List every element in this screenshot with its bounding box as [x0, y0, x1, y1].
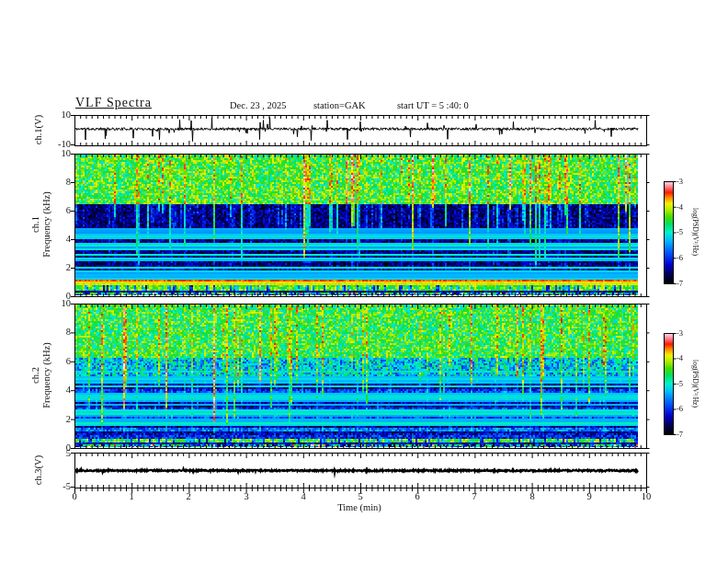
ch1-ymax-tick-label: 10: [46, 109, 71, 120]
cb2-tick: -4: [677, 354, 683, 362]
cb2-tick: -3: [677, 329, 683, 338]
ch3-ymin-tick-label: -5: [46, 481, 71, 491]
spec1-ytick: 4: [46, 234, 71, 244]
xtick: 0: [72, 491, 76, 501]
ch2-spectrogram-heatmap: [75, 304, 638, 447]
vlf-spectra-figure: VLF Spectra Dec. 23 , 2025 station=GAK s…: [0, 0, 728, 563]
spec2-channel-label: ch.2: [30, 367, 40, 384]
xtick: 8: [529, 491, 534, 501]
xtick: 5: [358, 491, 362, 501]
figure-title: VLF Spectra: [75, 96, 152, 110]
cb1-tick: -7: [677, 280, 683, 288]
xtick: 9: [586, 491, 591, 501]
spec1-ytick: 10: [46, 148, 71, 158]
spec1-ytick: 2: [46, 262, 71, 272]
spec2-ytick: 10: [46, 298, 71, 308]
spec1-frequency-label: Frequency (kHz): [40, 191, 51, 257]
spec2-ytick: 6: [46, 356, 71, 366]
ch3-ymax-tick-label: 5: [46, 448, 71, 458]
spec2-frequency-label: Frequency (kHz): [40, 342, 51, 408]
spec2-ytick: 2: [46, 414, 71, 424]
header-date: Dec. 23 , 2025: [230, 100, 287, 110]
ch1-spectrogram-heatmap: [75, 155, 638, 295]
cb2-tick: -7: [677, 431, 683, 439]
xtick: 3: [244, 491, 248, 501]
xaxis-title: Time (min): [337, 502, 381, 512]
ch1-axis-label: ch.1(V): [33, 115, 44, 144]
xtick: 10: [642, 491, 652, 501]
xtick: 7: [472, 491, 476, 501]
xtick: 4: [301, 491, 305, 501]
cb2-tick: -5: [677, 380, 683, 388]
spec1-axis-label: ch.1 Frequency (kHz): [30, 191, 51, 257]
cb2-tick: -6: [677, 405, 683, 413]
header-start-ut: start UT = 5 :40: 0: [397, 100, 469, 110]
spec2-axis-label: ch.2 Frequency (kHz): [30, 342, 51, 408]
header-station: station=GAK: [313, 100, 366, 110]
spec2-ytick: 4: [46, 385, 71, 395]
cb1-tick: -3: [677, 178, 683, 186]
spec2-ytick: 8: [46, 327, 71, 337]
cb1-unit-label: log(PSD)(V²/Hz): [691, 208, 700, 256]
cb1-tick: -4: [677, 203, 683, 212]
ch3-axis-label: ch.3(V): [33, 455, 44, 485]
cb2-unit-label: log(PSD)(V²/Hz): [691, 360, 700, 408]
xtick: 1: [129, 491, 133, 501]
spec1-channel-label: ch.1: [30, 216, 40, 233]
spec1-ytick: 8: [46, 177, 71, 187]
xtick: 6: [415, 491, 419, 501]
spec1-ytick: 6: [46, 205, 71, 215]
xtick: 2: [186, 491, 190, 501]
cb1-tick: -6: [677, 254, 683, 262]
cb1-tick: -5: [677, 228, 683, 236]
